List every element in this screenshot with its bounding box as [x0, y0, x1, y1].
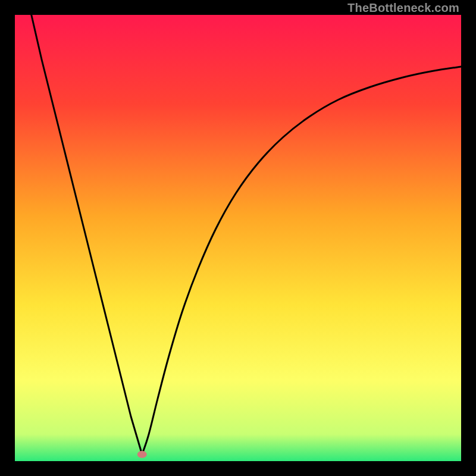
watermark-text: TheBottleneck.com	[347, 1, 459, 15]
gradient-background	[15, 15, 461, 461]
minimum-marker	[137, 451, 147, 458]
chart-plot	[15, 15, 461, 461]
chart-frame	[15, 15, 461, 461]
